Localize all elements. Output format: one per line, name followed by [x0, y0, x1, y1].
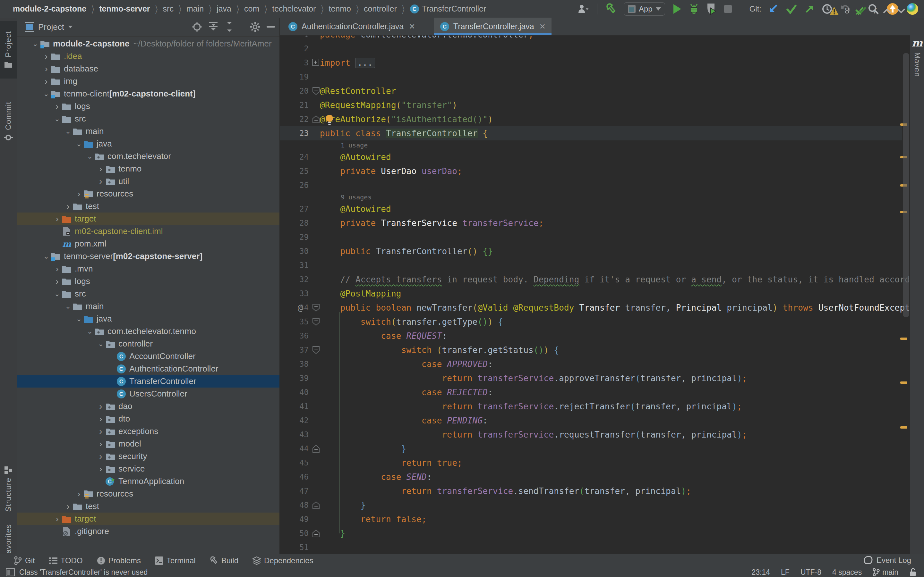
toolwindow-button-problems[interactable]: Problems: [97, 556, 141, 565]
breadcrumb-item[interactable]: CTransferController: [410, 4, 486, 14]
code-line-41[interactable]: return transferService.rejectTransfer(tr…: [320, 400, 742, 414]
tree-item[interactable]: ›model: [17, 438, 279, 450]
next-problem-icon[interactable]: [897, 8, 905, 13]
run-button[interactable]: [672, 3, 682, 15]
chevron-down-icon[interactable]: ⌄: [86, 327, 94, 335]
breadcrumb-item[interactable]: module-2-capstone: [13, 4, 86, 13]
breadcrumb-item[interactable]: java: [216, 4, 231, 13]
expand-all-icon[interactable]: [208, 22, 218, 32]
tool-stripe-maven[interactable]: Maven: [910, 52, 924, 77]
chevron-right-icon[interactable]: ›: [42, 51, 50, 61]
endpoint-at-icon[interactable]: @: [298, 301, 303, 315]
chevron-right-icon[interactable]: ›: [42, 64, 50, 74]
tree-item[interactable]: ›dto: [17, 413, 279, 425]
build-hammer-icon[interactable]: [606, 3, 617, 15]
debug-button[interactable]: [689, 3, 699, 15]
code-line-21[interactable]: @RequestMapping("transfer"): [320, 98, 457, 112]
tree-item[interactable]: ›service: [17, 463, 279, 475]
tree-item[interactable]: ›util: [17, 175, 279, 187]
tree-item[interactable]: ⌄java: [17, 137, 279, 150]
tree-item[interactable]: ›security: [17, 450, 279, 463]
fold-marker-icon[interactable]: [312, 58, 320, 66]
code-line-34[interactable]: public boolean newTransfer(@Valid @Reque…: [320, 301, 910, 315]
tool-stripe-structure[interactable]: Structure: [0, 460, 17, 518]
gear-icon[interactable]: [250, 22, 260, 32]
editor-scrollbar[interactable]: [903, 53, 909, 318]
code-line-39[interactable]: return transferService.approveTransfer(t…: [320, 371, 747, 385]
chevron-right-icon[interactable]: ›: [53, 214, 61, 224]
code-line-20[interactable]: @RestController: [320, 84, 396, 98]
chevron-down-icon[interactable]: ⌄: [31, 40, 39, 48]
chevron-right-icon[interactable]: ›: [53, 264, 61, 274]
code-line-37[interactable]: switch (transfer.getStatus()) {: [320, 343, 559, 357]
breadcrumb[interactable]: module-2-capstone〉tenmo-server〉src〉main〉…: [13, 0, 486, 18]
fold-marker-icon[interactable]: [312, 303, 320, 312]
user-account-icon[interactable]: [577, 3, 589, 15]
tree-item[interactable]: .gitignore: [17, 525, 279, 538]
code-line-50[interactable]: }: [320, 526, 345, 540]
tree-item[interactable]: ›target: [17, 213, 279, 225]
usage-inlay-hint[interactable]: 9 usages: [341, 192, 372, 202]
chevron-down-icon[interactable]: ⌄: [64, 302, 72, 311]
intention-bulb-icon[interactable]: [325, 114, 334, 126]
chevron-right-icon[interactable]: ›: [97, 439, 105, 449]
code-line-49[interactable]: return false;: [320, 512, 427, 526]
code-line-35[interactable]: switch(transfer.getType()) {: [320, 315, 503, 329]
tool-stripe-project[interactable]: Project: [0, 21, 17, 79]
git-push-icon[interactable]: [804, 3, 814, 15]
code-with-me-icon[interactable]: [906, 3, 919, 15]
tree-item[interactable]: CAccountController: [17, 350, 279, 363]
code-line-47[interactable]: return transferService.sendTransfer(tran…: [320, 484, 691, 498]
locate-file-icon[interactable]: [192, 22, 202, 32]
chevron-right-icon[interactable]: ›: [53, 101, 61, 111]
code-line-23[interactable]: public class TransferController {: [320, 126, 488, 140]
toolwindow-switcher-icon[interactable]: [6, 568, 15, 576]
tree-item[interactable]: ›.idea: [17, 50, 279, 63]
tree-item[interactable]: ⌄com.techelevator.tenmo: [17, 325, 279, 338]
tree-item[interactable]: m02-capstone-client.iml: [17, 225, 279, 237]
tree-item[interactable]: ⌄tenmo-client [m02-capstone-client]: [17, 87, 279, 100]
tree-item[interactable]: mpom.xml: [17, 237, 279, 250]
chevron-down-icon[interactable]: ⌄: [42, 252, 50, 261]
tree-item[interactable]: ›database: [17, 63, 279, 75]
usage-inlay-hint[interactable]: 1 usage: [341, 140, 368, 150]
tree-item[interactable]: ›img: [17, 75, 279, 87]
chevron-right-icon[interactable]: ›: [97, 426, 105, 437]
warning-stripe-mark[interactable]: [900, 382, 907, 384]
code-line-44[interactable]: }: [320, 442, 407, 456]
chevron-right-icon[interactable]: ›: [64, 201, 72, 211]
fold-marker-icon[interactable]: [312, 529, 320, 538]
tree-item[interactable]: ›resources: [17, 488, 279, 500]
chevron-down-icon[interactable]: ⌄: [42, 90, 50, 98]
tree-item[interactable]: CTenmoApplication: [17, 475, 279, 488]
line-separator[interactable]: LF: [781, 568, 790, 577]
tree-item[interactable]: ›resources: [17, 187, 279, 200]
file-encoding[interactable]: UTF-8: [800, 568, 821, 577]
tree-item[interactable]: ⌄controller: [17, 338, 279, 350]
prev-problem-icon[interactable]: [883, 8, 891, 13]
tree-item[interactable]: ⌄java: [17, 313, 279, 325]
code-editor[interactable]: 1package com.techelevator.tenmo.controll…: [280, 35, 910, 554]
tool-stripe-commit[interactable]: Commit: [0, 91, 17, 152]
code-line-45[interactable]: return true;: [320, 456, 462, 470]
toolwindow-button-build[interactable]: Build: [210, 556, 238, 565]
tree-item[interactable]: ›logs: [17, 100, 279, 113]
code-line-38[interactable]: case APPROVED:: [320, 357, 493, 371]
chevron-right-icon[interactable]: ›: [42, 76, 50, 87]
toolwindow-button-todo[interactable]: TODO: [49, 556, 83, 565]
breadcrumb-item[interactable]: tenmo-server: [99, 4, 150, 13]
code-line-40[interactable]: case REJECTED:: [320, 385, 493, 400]
chevron-right-icon[interactable]: ›: [97, 401, 105, 412]
collapse-all-icon[interactable]: [225, 22, 234, 32]
code-line-32[interactable]: // Accepts transfers in request body. De…: [320, 272, 910, 287]
tree-item[interactable]: ›test: [17, 200, 279, 213]
chevron-right-icon[interactable]: ›: [75, 489, 83, 499]
code-line-27[interactable]: @Autowired: [320, 202, 391, 216]
chevron-right-icon[interactable]: ›: [64, 501, 72, 512]
fold-marker-icon[interactable]: [312, 115, 320, 124]
chevron-down-icon[interactable]: ⌄: [75, 140, 83, 148]
fold-marker-icon[interactable]: [312, 87, 320, 95]
close-icon[interactable]: ✕: [409, 22, 415, 31]
breadcrumb-item[interactable]: src: [163, 4, 174, 13]
tree-item[interactable]: ⌄src: [17, 113, 279, 125]
